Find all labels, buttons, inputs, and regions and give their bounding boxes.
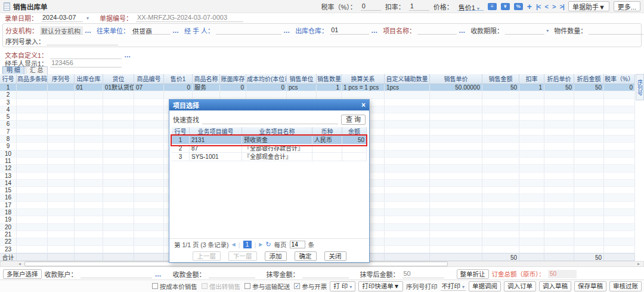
grid-cell[interactable]	[48, 202, 75, 208]
vendor-ellipsis-button[interactable]: …	[172, 27, 179, 34]
grid-cell[interactable]	[103, 238, 134, 245]
grid-cell[interactable]	[482, 136, 519, 142]
grid-cell[interactable]	[17, 173, 48, 179]
date-chevron-down-icon[interactable]: ▾	[86, 16, 89, 21]
grid-cell[interactable]	[17, 121, 48, 127]
grid-cell[interactable]	[103, 216, 134, 223]
grid-cell[interactable]	[544, 143, 574, 149]
grid-cell[interactable]	[287, 91, 317, 98]
grid-cell[interactable]	[519, 209, 544, 216]
grid-cell[interactable]	[48, 113, 75, 120]
grid-cell[interactable]	[604, 113, 635, 120]
grid-cell[interactable]	[604, 158, 635, 164]
serial-print-select[interactable]: 不打印 ▾	[441, 281, 466, 291]
grid-cell[interactable]	[134, 121, 164, 127]
grid-cell[interactable]	[103, 194, 134, 201]
project-cell[interactable]: 『全部现金合计』	[242, 153, 312, 161]
grid-cell[interactable]	[17, 158, 48, 164]
project-input[interactable]	[417, 26, 457, 35]
grid-cell[interactable]	[48, 165, 75, 171]
grid-cell[interactable]	[430, 150, 482, 157]
grid-cell[interactable]	[134, 99, 164, 106]
grid-header-cell[interactable]: 账面库存	[220, 74, 246, 84]
grid-cell[interactable]: 21	[0, 231, 17, 238]
grid-header-cell[interactable]: 销售数量	[317, 74, 342, 84]
grid-cell[interactable]	[519, 238, 544, 245]
grid-cell[interactable]	[385, 128, 430, 135]
grid-cell[interactable]: 12	[0, 165, 17, 171]
grid-cell[interactable]	[103, 128, 134, 135]
grid-cell[interactable]	[544, 99, 574, 106]
grid-cell[interactable]	[519, 216, 544, 223]
grid-cell[interactable]: 50.00000	[430, 84, 482, 91]
footer-checkbox-unchecked[interactable]: 参与运输配送	[244, 282, 290, 291]
grid-cell[interactable]	[75, 216, 103, 223]
grid-cell[interactable]	[17, 113, 48, 120]
handler-input[interactable]	[216, 26, 281, 35]
project-ellipsis-button[interactable]: …	[459, 27, 465, 34]
grid-cell[interactable]	[544, 209, 574, 216]
grid-cell[interactable]	[75, 158, 103, 164]
grid-cell[interactable]	[134, 216, 164, 223]
grid-header-cell[interactable]: 税率（%）	[604, 74, 635, 84]
next-record-icon[interactable]: >	[552, 3, 555, 10]
grid-cell[interactable]	[17, 216, 48, 223]
round-off-input[interactable]	[302, 270, 349, 278]
grid-cell[interactable]	[17, 150, 48, 157]
grid-cell[interactable]	[544, 202, 574, 208]
grid-cell[interactable]: 01默认货位	[103, 84, 134, 91]
grid-cell[interactable]	[385, 224, 430, 230]
grid-cell[interactable]	[385, 231, 430, 238]
grid-cell[interactable]	[574, 99, 604, 106]
grid-cell[interactable]	[519, 180, 544, 186]
grid-cell[interactable]	[604, 150, 635, 157]
project-cell[interactable]	[312, 153, 342, 161]
grid-cell[interactable]	[75, 143, 103, 149]
scroll-left-icon[interactable]: ◂	[16, 262, 23, 266]
grid-cell[interactable]	[604, 231, 635, 238]
grid-cell[interactable]	[574, 91, 604, 98]
grid-cell[interactable]	[48, 216, 75, 223]
grid-cell[interactable]	[134, 91, 164, 98]
save-draft-button[interactable]: 保存草稿	[574, 281, 606, 291]
grid-cell[interactable]	[604, 136, 635, 142]
grid-cell[interactable]	[519, 128, 544, 135]
grid-cell[interactable]	[75, 209, 103, 216]
grid-cell[interactable]	[482, 158, 519, 164]
percent-discount-icon[interactable]: %	[514, 3, 523, 10]
grid-cell[interactable]: 0	[246, 84, 287, 91]
grid-cell[interactable]	[482, 143, 519, 149]
grid-cell[interactable]	[574, 150, 604, 157]
dialog-title-bar[interactable]: 项目选择 ×	[169, 100, 369, 110]
grid-cell[interactable]	[17, 106, 48, 113]
grid-cell[interactable]: 16	[0, 194, 17, 201]
grid-cell[interactable]	[604, 128, 635, 135]
grid-cell[interactable]	[103, 173, 134, 179]
grid-cell[interactable]	[430, 209, 482, 216]
grid-cell[interactable]	[544, 173, 574, 179]
handler-display-input[interactable]: 123456	[50, 59, 122, 67]
grid-cell[interactable]	[519, 99, 544, 106]
grid-cell[interactable]	[574, 187, 604, 193]
serial-entry-input[interactable]	[47, 37, 118, 45]
grid-cell[interactable]	[17, 99, 48, 106]
grid-cell[interactable]	[17, 91, 48, 98]
page-number[interactable]: 1	[243, 241, 252, 248]
grid-cell[interactable]: pcs	[287, 84, 317, 91]
price-type-select[interactable]: 售价1 ▾	[457, 2, 484, 11]
print-express-button[interactable]: 打印快递单▼	[358, 281, 403, 291]
grid-row[interactable]: 2	[0, 91, 635, 99]
grid-cell[interactable]	[519, 113, 544, 120]
more-button[interactable]: 更多...	[614, 1, 640, 11]
grid-cell[interactable]	[103, 136, 134, 142]
grid-cell[interactable]	[75, 113, 103, 120]
grid-cell[interactable]	[574, 113, 604, 120]
due-chevron-down-icon[interactable]: ▾	[546, 28, 549, 33]
custom-text-ellipsis-button[interactable]: …	[124, 51, 131, 59]
grid-cell[interactable]	[220, 91, 246, 98]
grid-cell[interactable]	[482, 216, 519, 223]
grid-cell[interactable]	[103, 209, 134, 216]
grid-cell[interactable]	[544, 113, 574, 120]
checkbox-icon[interactable]	[294, 283, 300, 289]
per-page-input[interactable]	[290, 241, 305, 248]
